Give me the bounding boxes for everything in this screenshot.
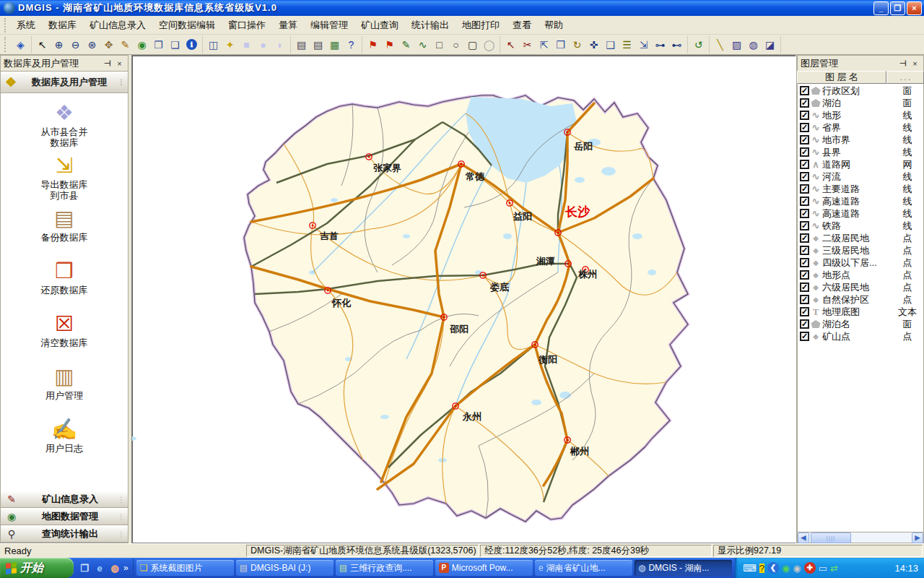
- tray-hide-icons[interactable]: ❮: [767, 562, 779, 574]
- map-viewport[interactable]: 张家界常德岳阳益阳长沙吉首湘潭株州娄底怀化邵阳衡阳永州郴州: [131, 55, 796, 543]
- tool-cut[interactable]: ✂: [519, 37, 536, 53]
- layer-row[interactable]: ✓◆自然保护区点: [798, 293, 923, 306]
- tool-draw-ellipse[interactable]: ○: [448, 37, 464, 53]
- sidebar-bar-query-statistics-output[interactable]: ⚲查询统计输出⋮: [1, 525, 128, 543]
- close-button[interactable]: ×: [907, 1, 922, 15]
- tool-info[interactable]: ℹ: [183, 37, 200, 53]
- layer-checkbox[interactable]: ✓: [800, 197, 809, 206]
- menu-item-编辑管理[interactable]: 编辑管理: [304, 17, 354, 34]
- menu-item-地图打印[interactable]: 地图打印: [456, 17, 506, 34]
- tool-edit-attributes[interactable]: ❑: [602, 37, 619, 53]
- tool-hatch-polygon[interactable]: ◪: [762, 37, 778, 53]
- database-user-header[interactable]: ❖ 数据库及用户管理 ⋮: [1, 72, 128, 93]
- tray-keyboard-indicator[interactable]: ⌨: [743, 564, 757, 573]
- layer-checkbox[interactable]: ✓: [800, 258, 809, 267]
- pin-icon[interactable]: ⊤: [102, 59, 113, 69]
- tool-form-view[interactable]: ❏: [167, 37, 183, 53]
- layer-row[interactable]: ✓∿主要道路线: [798, 183, 923, 195]
- tool-hatch-rect[interactable]: ▨: [728, 37, 745, 53]
- quicklaunch-media-player[interactable]: ◍: [108, 561, 121, 574]
- tool-zoom-out[interactable]: ⊖: [67, 37, 84, 53]
- tool-rect-zoom[interactable]: ■: [238, 37, 255, 53]
- tool-print-setup[interactable]: ▤: [310, 37, 326, 53]
- tool-world-view[interactable]: ◉: [134, 37, 150, 53]
- layer-checkbox[interactable]: ✓: [800, 172, 809, 181]
- layer-row[interactable]: ✓湖泊面: [798, 97, 923, 109]
- layer-row[interactable]: ✓∿高速道路线: [798, 207, 923, 220]
- scroll-right-icon[interactable]: ▶: [912, 532, 923, 543]
- scroll-track[interactable]: ||||: [809, 532, 912, 543]
- tool-refresh-brush[interactable]: ✎: [117, 37, 134, 53]
- layer-checkbox[interactable]: ✓: [800, 319, 809, 329]
- menu-grip[interactable]: [4, 18, 7, 33]
- layer-checkbox[interactable]: ✓: [800, 147, 809, 157]
- column-more[interactable]: . . .: [886, 71, 924, 84]
- tool-identify[interactable]: ✦: [222, 37, 238, 53]
- scroll-thumb[interactable]: ||||: [811, 532, 851, 543]
- tray-network-activity[interactable]: ⇄: [830, 564, 838, 573]
- tool-copy-feature[interactable]: ❒: [552, 37, 569, 53]
- layer-checkbox[interactable]: ✓: [800, 111, 809, 120]
- task-screenshots-folder[interactable]: ❏系统截图图片: [136, 560, 234, 576]
- tool-line-node-tool[interactable]: ╲: [712, 37, 728, 53]
- tool-draw-circle[interactable]: ◯: [481, 37, 497, 53]
- layer-checkbox[interactable]: ✓: [800, 233, 809, 243]
- menu-item-统计输出[interactable]: 统计输出: [405, 17, 456, 34]
- sidebar-item-user-log[interactable]: ✍用户日志: [10, 417, 118, 470]
- layer-checkbox[interactable]: ✓: [800, 295, 809, 304]
- layer-checkbox[interactable]: ✓: [800, 332, 809, 341]
- menu-item-数据库[interactable]: 数据库: [42, 17, 83, 34]
- tool-ellipse-zoom[interactable]: ●: [255, 37, 271, 53]
- tool-cascade-windows[interactable]: ❐: [150, 37, 167, 53]
- layer-row[interactable]: ✓◆三级居民地点: [798, 244, 923, 256]
- layer-checkbox[interactable]: ✓: [800, 270, 809, 280]
- tool-move[interactable]: ✜: [585, 37, 602, 53]
- layer-row[interactable]: ✓◆矿山点点: [798, 330, 923, 342]
- layer-row[interactable]: ✓湖泊名面: [798, 318, 923, 330]
- layer-row[interactable]: ✓T地理底图文本: [798, 306, 923, 318]
- tool-flag-point[interactable]: ⚑: [365, 37, 381, 53]
- layer-row[interactable]: ✓∿地形线: [798, 109, 923, 121]
- menu-item-矿山信息录入[interactable]: 矿山信息录入: [83, 17, 152, 34]
- tool-export-image[interactable]: ▦: [326, 37, 343, 53]
- layer-checkbox[interactable]: ✓: [800, 209, 809, 218]
- tool-pan-hand[interactable]: ✥: [100, 37, 117, 53]
- quicklaunch-internet-explorer[interactable]: e: [93, 561, 106, 574]
- layer-row[interactable]: ✓◆二级居民地点: [798, 232, 923, 244]
- tool-draw-sketch[interactable]: ∿: [414, 37, 431, 53]
- tray-display-monitor[interactable]: ▭: [819, 564, 827, 573]
- menu-item-窗口操作[interactable]: 窗口操作: [222, 17, 272, 34]
- maximize-button[interactable]: ❐: [890, 1, 905, 15]
- tool-draw-line[interactable]: ✎: [398, 37, 414, 53]
- layer-checkbox[interactable]: ✓: [800, 135, 809, 144]
- tool-hatch-ellipse[interactable]: ◍: [745, 37, 762, 53]
- menu-item-系统[interactable]: 系统: [10, 17, 42, 34]
- layer-row[interactable]: ✓∿铁路线: [798, 220, 923, 232]
- layer-checkbox[interactable]: ✓: [800, 123, 809, 132]
- tool-print-preview[interactable]: ◫: [205, 37, 222, 53]
- layer-row[interactable]: ✓∿河流线: [798, 171, 923, 183]
- tool-undo[interactable]: ↺: [690, 37, 707, 53]
- quicklaunch-more-icon[interactable]: »: [123, 563, 128, 573]
- tool-flag-add[interactable]: ⚑: [381, 37, 398, 53]
- tool-map-document[interactable]: ◈: [12, 37, 29, 53]
- sidebar-item-merge-database[interactable]: ❖从市县合并 数据库: [10, 100, 118, 153]
- sidebar-item-clear-database[interactable]: ☒清空数据库: [10, 311, 118, 364]
- sidebar-item-backup-database[interactable]: ▤备份数据库: [10, 206, 118, 259]
- layer-row[interactable]: ✓∿地市界线: [798, 134, 923, 146]
- pin-icon[interactable]: ⊤: [897, 59, 908, 69]
- layer-row[interactable]: ✓◆四级以下居...点: [798, 256, 923, 269]
- tool-round-zoom[interactable]: ◗: [271, 37, 288, 53]
- task-dmgis-hunan[interactable]: ◍DMGIS - 湖南...: [635, 560, 732, 576]
- layer-checkbox[interactable]: ✓: [800, 282, 809, 292]
- menu-item-查看[interactable]: 查看: [506, 17, 538, 34]
- tool-help[interactable]: ?: [343, 37, 359, 53]
- toolbar-grip[interactable]: [4, 37, 7, 53]
- sidebar-item-export-database[interactable]: ⇲导出数据库 到市县: [10, 153, 118, 206]
- layer-row[interactable]: ✓∧道路网网: [798, 158, 923, 171]
- close-icon[interactable]: ×: [114, 59, 125, 69]
- menu-item-帮助[interactable]: 帮助: [538, 17, 570, 34]
- layer-row[interactable]: ✓∿省界线: [798, 121, 923, 134]
- tray-help-indicator[interactable]: ?: [759, 564, 764, 573]
- sidebar-item-restore-database[interactable]: ❒还原数据库: [10, 259, 118, 311]
